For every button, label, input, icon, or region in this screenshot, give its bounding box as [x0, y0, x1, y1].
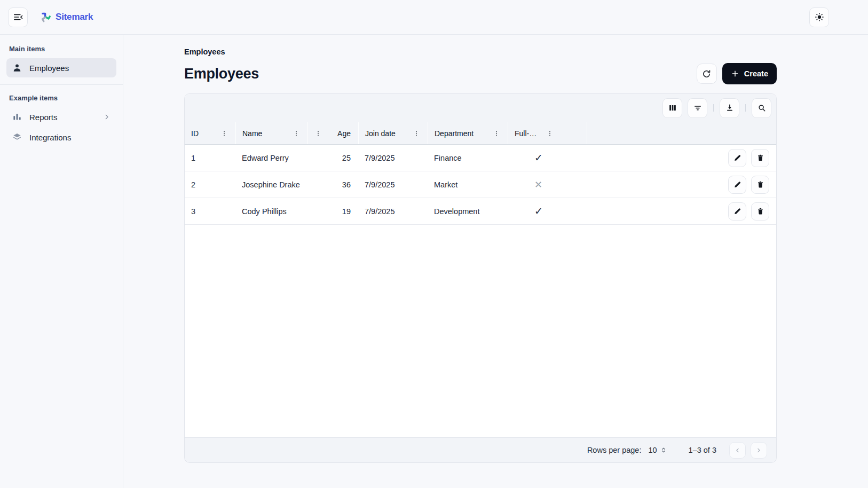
x-icon: ✕	[534, 179, 542, 190]
rows-per-page-label: Rows per page:	[587, 446, 642, 454]
delete-trash-icon	[756, 153, 765, 162]
topbar: Sitemark	[0, 0, 868, 35]
kebab-menu-icon[interactable]	[293, 130, 300, 137]
column-header-label: Join date	[365, 129, 396, 138]
column-header-id[interactable]: ID	[185, 122, 235, 144]
sidebar-divider	[0, 84, 123, 85]
delete-trash-icon	[756, 207, 765, 216]
download-icon	[725, 103, 735, 113]
delete-trash-icon	[756, 180, 765, 189]
theme-toggle-button[interactable]	[809, 7, 829, 27]
cell-actions	[587, 202, 776, 221]
rows-per-page-select[interactable]: 10	[648, 445, 667, 455]
logo-text: Sitemark	[56, 12, 93, 22]
table-toolbar	[185, 94, 776, 122]
menu-toggle-button[interactable]	[8, 7, 28, 27]
page-title: Employees	[184, 66, 259, 82]
create-button-label: Create	[744, 69, 768, 78]
filter-button[interactable]	[688, 98, 707, 118]
cell-age: 19	[307, 207, 358, 216]
cell-full-time: ✓	[508, 205, 587, 217]
sidebar-item-employees[interactable]: Employees	[6, 58, 116, 77]
table-empty-area	[185, 225, 776, 437]
next-page-button[interactable]	[751, 442, 767, 459]
rows-per-page-value: 10	[648, 446, 657, 454]
column-header-full-time[interactable]: Full-…	[508, 122, 587, 144]
app-root: Sitemark Main items	[0, 0, 868, 488]
search-icon	[757, 103, 767, 113]
section-label-example-items: Example items	[6, 94, 116, 102]
sitemark-pinwheel-icon	[40, 11, 51, 23]
prev-page-button[interactable]	[729, 442, 746, 459]
kebab-menu-icon[interactable]	[314, 130, 322, 137]
edit-button[interactable]	[728, 176, 746, 194]
kebab-menu-icon[interactable]	[413, 130, 420, 137]
pagination-range: 1–3 of 3	[689, 446, 716, 454]
cell-join-date: 7/9/2025	[358, 154, 428, 162]
toolbar-divider	[713, 104, 714, 112]
chevron-right-icon	[755, 446, 763, 454]
section-label-main-items: Main items	[6, 45, 116, 53]
main-content: Employees Employees	[123, 35, 777, 488]
plus-icon	[731, 69, 739, 78]
title-actions: Create	[697, 63, 777, 84]
select-arrows-icon	[660, 445, 667, 455]
search-button[interactable]	[752, 98, 771, 118]
kebab-menu-icon[interactable]	[493, 130, 500, 137]
cell-name: Cody Phillips	[235, 207, 307, 216]
cell-join-date: 7/9/2025	[358, 180, 428, 189]
cell-age: 25	[307, 154, 358, 162]
refresh-icon	[701, 69, 712, 79]
chevron-left-icon	[733, 446, 741, 454]
edit-button[interactable]	[728, 202, 746, 221]
data-table-card: ID Name A	[184, 93, 777, 463]
cell-id: 1	[185, 154, 235, 162]
edit-button[interactable]	[728, 149, 746, 167]
column-header-label: ID	[191, 129, 199, 138]
column-header-label: Age	[337, 129, 351, 138]
kebab-menu-icon[interactable]	[220, 130, 228, 137]
column-header-actions	[587, 122, 776, 144]
cell-actions	[587, 149, 776, 167]
cell-actions	[587, 176, 776, 194]
export-button[interactable]	[720, 98, 739, 118]
cell-full-time: ✕	[508, 179, 587, 191]
table-row: 3 Cody Phillips 19 7/9/2025 Development …	[185, 198, 776, 225]
sidebar-item-label: Employees	[29, 64, 69, 73]
delete-button[interactable]	[751, 176, 769, 194]
table-footer: Rows per page: 10 1–3 of 3	[185, 437, 776, 462]
sidebar-item-integrations[interactable]: Integrations	[6, 128, 116, 147]
sitemark-logo[interactable]: Sitemark	[40, 11, 93, 23]
cell-id: 2	[185, 180, 235, 189]
sidebar: Main items Employees Example items	[0, 35, 123, 488]
title-row: Employees	[184, 63, 777, 84]
app-shell: Main items Employees Example items	[0, 35, 868, 488]
toolbar-divider	[745, 104, 746, 112]
column-header-name[interactable]: Name	[235, 122, 307, 144]
cell-department: Market	[428, 180, 508, 189]
cell-name: Josephine Drake	[235, 180, 307, 189]
refresh-button[interactable]	[697, 64, 717, 84]
kebab-menu-icon[interactable]	[546, 130, 554, 137]
table-header-row: ID Name A	[185, 122, 776, 145]
cell-full-time: ✓	[508, 152, 587, 164]
delete-button[interactable]	[751, 149, 769, 167]
check-icon: ✓	[534, 152, 543, 163]
cell-name: Edward Perry	[235, 154, 307, 162]
column-header-label: Department	[435, 129, 474, 138]
sidebar-item-reports[interactable]: Reports	[6, 107, 116, 127]
columns-button[interactable]	[662, 98, 682, 118]
cell-age: 36	[307, 180, 358, 189]
column-header-join-date[interactable]: Join date	[358, 122, 428, 144]
person-icon	[12, 62, 22, 73]
bar-chart-icon	[12, 112, 22, 122]
column-header-age[interactable]: Age	[307, 122, 358, 144]
filter-icon	[693, 103, 703, 113]
sidebar-item-label: Reports	[29, 113, 58, 122]
edit-pencil-icon	[733, 180, 742, 189]
delete-button[interactable]	[751, 202, 769, 221]
column-header-department[interactable]: Department	[428, 122, 508, 144]
create-button[interactable]: Create	[722, 63, 777, 84]
edit-pencil-icon	[733, 153, 742, 162]
check-icon: ✓	[534, 206, 543, 217]
